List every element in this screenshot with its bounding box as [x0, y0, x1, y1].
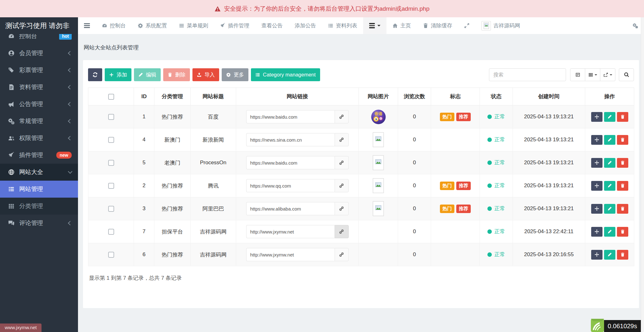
open-link-button[interactable] — [335, 225, 349, 238]
sidebar-item-7[interactable]: 插件管理new — [0, 147, 78, 164]
delete-button[interactable]: 删除 — [163, 68, 190, 81]
url-input[interactable] — [246, 110, 335, 123]
delete-row-button[interactable] — [617, 204, 628, 214]
drag-row-button[interactable] — [591, 250, 602, 260]
cell-flags: 热门推荐 — [431, 105, 480, 128]
add-button[interactable]: 添加 — [105, 68, 131, 81]
page-scrollbar[interactable] — [641, 17, 644, 332]
clear-cache-button[interactable]: 清除缓存 — [417, 17, 458, 34]
import-button[interactable]: 导入 — [192, 68, 219, 81]
row-checkbox[interactable] — [108, 137, 114, 143]
delete-row-button[interactable] — [617, 158, 628, 168]
sidebar-item-11[interactable]: 评论管理 — [0, 215, 78, 232]
sidebar-toggle-button[interactable] — [78, 17, 96, 34]
sidebar-item-9[interactable]: 网站管理 — [0, 181, 78, 198]
topnav-item-4[interactable]: 查看公告 — [255, 17, 289, 34]
cell-views: 0 — [398, 220, 431, 243]
detail-view-button[interactable] — [570, 68, 585, 81]
brand-title[interactable]: 测试学习使用 请勿非 — [0, 17, 78, 34]
open-link-button[interactable] — [335, 110, 349, 123]
sidebar-item-3[interactable]: 资料管理 — [0, 79, 78, 96]
url-input[interactable] — [246, 133, 335, 146]
edit-row-button[interactable] — [604, 204, 615, 214]
cell-status: 正常 — [480, 174, 513, 197]
drag-row-button[interactable] — [591, 204, 602, 214]
export-button[interactable] — [600, 68, 615, 81]
status-dot-icon — [487, 138, 492, 142]
category-management-button[interactable]: Category management — [251, 68, 320, 81]
edit-row-button[interactable] — [604, 250, 615, 260]
topnav-item-1[interactable]: 系统配置 — [132, 17, 173, 34]
url-input[interactable] — [246, 202, 335, 215]
column-header-7: 状态 — [480, 88, 513, 105]
topnav-item-5[interactable]: 添加公告 — [289, 17, 322, 34]
open-link-button[interactable] — [335, 179, 349, 192]
search-input[interactable] — [489, 68, 566, 81]
sidebar-item-label: 网站管理 — [19, 185, 72, 193]
delete-row-button[interactable] — [617, 112, 628, 122]
edit-button[interactable]: 编辑 — [134, 68, 161, 81]
edit-row-button[interactable] — [604, 158, 615, 168]
topnav-item-3[interactable]: 插件管理 — [214, 17, 255, 34]
home-link[interactable]: 主页 — [386, 17, 417, 34]
security-warning-text: 安全提示：为了你的后台安全，请勿将后台管理入口设置为admin或admin.ph… — [224, 5, 429, 13]
url-input[interactable] — [246, 179, 335, 192]
refresh-button[interactable] — [88, 68, 102, 81]
search-submit-button[interactable] — [619, 68, 634, 81]
open-link-button[interactable] — [335, 133, 349, 146]
topnav-item-6[interactable]: 资料列表 — [322, 17, 363, 34]
row-checkbox[interactable] — [108, 229, 114, 235]
columns-grid-icon — [588, 72, 593, 77]
open-link-button[interactable] — [335, 156, 349, 169]
move-icon — [595, 252, 599, 257]
more-button[interactable]: 更多 — [222, 68, 248, 81]
sidebar-item-1[interactable]: 会员管理 — [0, 45, 78, 62]
sidebar-item-2[interactable]: 彩票管理 — [0, 62, 78, 79]
row-checkbox[interactable] — [108, 252, 114, 258]
edit-row-button[interactable] — [604, 135, 615, 145]
url-input[interactable] — [246, 225, 335, 238]
topnav-item-0[interactable]: 控制台 — [96, 17, 132, 34]
drag-row-button[interactable] — [591, 227, 602, 237]
row-checkbox[interactable] — [108, 160, 114, 166]
row-checkbox[interactable] — [108, 206, 114, 212]
drag-row-button[interactable] — [591, 135, 602, 145]
edit-row-button[interactable] — [604, 227, 615, 237]
edit-row-button[interactable] — [604, 112, 615, 122]
sidebar-item-8[interactable]: 网站大全 — [0, 164, 78, 181]
delete-row-button[interactable] — [617, 250, 628, 260]
topnav-item-2[interactable]: 菜单规则 — [173, 17, 214, 34]
caret-down-icon — [377, 25, 380, 26]
row-checkbox[interactable] — [108, 183, 114, 189]
edit-row-button[interactable] — [604, 181, 615, 191]
export-icon — [603, 72, 608, 77]
delete-row-button[interactable] — [617, 135, 628, 145]
row-checkbox[interactable] — [108, 114, 114, 120]
delete-row-button[interactable] — [617, 181, 628, 191]
drag-row-button[interactable] — [591, 112, 602, 122]
select-all-checkbox[interactable] — [108, 94, 114, 100]
sidebar-item-6[interactable]: 权限管理 — [0, 130, 78, 147]
caret-down-icon — [595, 74, 597, 76]
delete-row-button[interactable] — [617, 227, 628, 237]
thinkphp-trace-icon[interactable] — [591, 319, 604, 332]
sidebar-item-10[interactable]: 分类管理 — [0, 198, 78, 215]
sidebar-item-4[interactable]: 公告管理 — [0, 96, 78, 113]
columns-button[interactable] — [585, 68, 600, 81]
svg-text:8: 8 — [380, 117, 381, 120]
drag-row-button[interactable] — [591, 158, 602, 168]
nav-dropdown-toggle[interactable] — [363, 17, 386, 34]
url-input[interactable] — [246, 248, 335, 261]
cell-status: 正常 — [480, 197, 513, 220]
url-input[interactable] — [246, 156, 335, 169]
open-link-button[interactable] — [335, 248, 349, 261]
home-icon — [392, 23, 398, 28]
link-icon — [339, 183, 344, 188]
column-header-1: 分类管理 — [154, 88, 191, 105]
open-link-button[interactable] — [335, 202, 349, 215]
fullscreen-button[interactable] — [458, 17, 475, 34]
gear-icon — [138, 23, 143, 28]
sidebar-item-5[interactable]: 常规管理 — [0, 113, 78, 130]
drag-row-button[interactable] — [591, 181, 602, 191]
user-menu[interactable]: 吉祥源码网 — [475, 17, 526, 34]
